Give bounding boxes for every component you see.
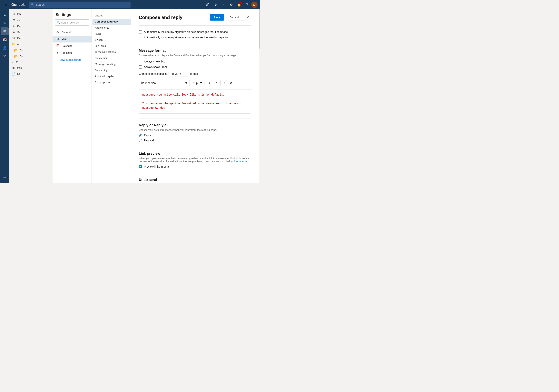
folder-label: De xyxy=(17,37,50,40)
signature-forward-checkbox[interactable] xyxy=(139,36,142,39)
signature-new-checkbox[interactable] xyxy=(139,30,142,34)
message-format-title: Message format xyxy=(139,49,251,53)
scrollbar-thumb[interactable] xyxy=(259,9,260,49)
drafts-icon: ✏ xyxy=(12,24,16,28)
settings-search-input[interactable] xyxy=(61,21,94,24)
nav-attachments[interactable]: Attachments xyxy=(92,25,131,31)
signature-forward-label[interactable]: Automatically include my signature on me… xyxy=(144,36,228,39)
mail-label: Mail xyxy=(62,38,88,41)
calendar-label: Calendar xyxy=(62,45,88,47)
crown-icon-btn[interactable]: ♛ xyxy=(212,1,219,8)
reply-all-radio[interactable] xyxy=(139,139,142,142)
settings-nav-general[interactable]: ⚙ General xyxy=(53,29,92,36)
checkmark-icon-btn[interactable]: ✓ xyxy=(220,1,227,8)
font-size-select[interactable]: 16pt ▼ xyxy=(191,80,205,86)
discard-button[interactable]: Discard xyxy=(226,14,243,21)
folder-junk[interactable]: ⚑ Jun xyxy=(9,17,53,23)
close-settings-button[interactable]: ✕ xyxy=(245,14,251,21)
folder-clutter[interactable]: 📂 Clu xyxy=(9,47,53,53)
reply-all-radio-row: Reply all xyxy=(139,139,251,142)
view-quick-settings-link[interactable]: ← View quick settings xyxy=(53,57,92,63)
settings-content: Compose and reply Save Discard ✕ Automat… xyxy=(131,9,259,183)
help-icon-btn[interactable]: ? xyxy=(243,1,251,8)
folder-sent[interactable]: ➤ Se xyxy=(9,29,53,35)
italic-button[interactable]: I xyxy=(213,80,219,86)
learn-more-link[interactable]: Learn more xyxy=(234,160,247,163)
settings-icon-btn[interactable]: ⚙ xyxy=(228,1,235,8)
sidebar-people[interactable]: 👤 xyxy=(1,44,9,52)
clutter-icon: 📂 xyxy=(14,48,18,52)
sidebar-mail[interactable]: ✉ xyxy=(1,27,9,35)
mail-nav-icon: ✉ xyxy=(56,37,60,41)
signature-forward-row: Automatically include my signature on me… xyxy=(139,36,251,39)
folder-news[interactable]: 📄 Ne xyxy=(9,71,53,77)
folder-drafts[interactable]: ✏ Dra xyxy=(9,23,53,29)
nav-junk[interactable]: Junk email xyxy=(92,43,131,49)
font-name-select[interactable]: Courier New ▼ xyxy=(139,80,190,86)
folder-deleted[interactable]: 🗑 De xyxy=(9,35,53,41)
grid-icon[interactable]: ⊞ xyxy=(2,1,9,8)
nav-sweep[interactable]: Sweep xyxy=(92,37,131,43)
main-layout: ≡ ✎ ✉ 📅 👤 ✏ ··· ✉ Inb ⚑ Jun ✏ Dra ➤ Se 🗑… xyxy=(0,9,260,183)
signature-new-label[interactable]: Automatically include my signature on ne… xyxy=(144,30,228,34)
sidebar-more[interactable]: ··· xyxy=(1,173,9,181)
sidebar-tasks[interactable]: ✏ xyxy=(1,52,9,60)
folder-archive[interactable]: 📁 Arc xyxy=(9,41,53,47)
settings-panel: Settings 🔍 ⚙ General ✉ Mail 📅 xyxy=(53,9,260,183)
nav-sync[interactable]: Sync email xyxy=(92,55,131,61)
settings-nav-calendar[interactable]: 📅 Calendar xyxy=(53,43,92,49)
search-input[interactable] xyxy=(36,3,128,6)
nav-rules[interactable]: Rules xyxy=(92,31,131,37)
format-select[interactable]: HTML ▼ xyxy=(168,71,188,77)
sidebar-calendar[interactable]: 📅 xyxy=(1,36,9,44)
nav-forwarding[interactable]: Forwarding xyxy=(92,67,131,73)
preview-links-label[interactable]: Preview links in email xyxy=(144,165,170,168)
reply-all-label[interactable]: Reply all xyxy=(144,139,154,142)
junk-icon: ⚑ xyxy=(12,18,16,22)
always-bcc-checkbox[interactable] xyxy=(139,60,142,63)
scrollbar-track[interactable] xyxy=(259,9,260,183)
app-logo: Outlook xyxy=(11,3,25,7)
folder-rss[interactable]: ◉ RSS xyxy=(9,65,53,71)
nav-subscriptions[interactable]: Subscriptions xyxy=(92,79,131,85)
reply-radio[interactable] xyxy=(139,134,142,137)
folder-inbox[interactable]: ✉ Inb xyxy=(9,11,53,17)
calendar-nav-icon: 📅 xyxy=(56,44,60,48)
nav-auto-replies[interactable]: Automatic replies xyxy=(92,73,131,79)
always-bcc-label[interactable]: Always show Bcc xyxy=(144,60,165,63)
nav-compose-reply[interactable]: Compose and reply xyxy=(92,18,131,25)
settings-nav-premium[interactable]: ♦ Premium xyxy=(53,49,92,56)
folder-life[interactable]: ▶ life xyxy=(9,59,53,65)
sidebar-compose[interactable]: ✎ xyxy=(1,19,9,27)
reply-label[interactable]: Reply xyxy=(144,134,151,137)
nav-customize[interactable]: Customize actions xyxy=(92,49,131,55)
signature-new-row: Automatically include my signature on ne… xyxy=(139,30,251,34)
nav-message-handling[interactable]: Message handling xyxy=(92,61,131,67)
sidebar-hamburger[interactable]: ≡ xyxy=(1,11,9,19)
font-name-value: Courier New xyxy=(141,81,156,85)
inbox-icon: ✉ xyxy=(12,12,16,16)
folder-conv[interactable]: 📂 Co xyxy=(9,53,53,59)
nav-layout[interactable]: Layout xyxy=(92,13,131,18)
user-avatar[interactable]: M xyxy=(251,1,258,8)
skype-icon-btn[interactable]: S xyxy=(204,1,211,8)
preview-links-checkbox[interactable] xyxy=(139,165,142,168)
font-color-button[interactable]: A xyxy=(228,80,234,86)
content-area: Settings 🔍 ⚙ General ✉ Mail 📅 xyxy=(53,9,260,183)
bold-button[interactable]: B xyxy=(205,80,212,86)
nav-auto-replies-label: Automatic replies xyxy=(95,75,114,78)
always-from-checkbox[interactable] xyxy=(139,65,142,69)
settings-nav-mail[interactable]: ✉ Mail xyxy=(53,36,92,43)
view-quick-settings-label: View quick settings xyxy=(59,58,81,61)
save-button[interactable]: Save xyxy=(210,14,224,21)
underline-button[interactable]: U xyxy=(221,80,227,86)
chevron-icon: ▶ xyxy=(12,61,13,63)
preview-line2: You can also change the format of your m… xyxy=(142,101,248,110)
header-actions: Save Discard ✕ xyxy=(210,14,251,21)
always-from-label[interactable]: Always show From xyxy=(144,65,167,69)
nav-junk-label: Junk email xyxy=(95,45,107,47)
settings-title: Settings xyxy=(53,13,92,19)
reply-radio-row: Reply xyxy=(139,134,251,137)
bell-icon-btn[interactable]: 🔔 3 xyxy=(236,1,243,8)
reply-section-desc: Choose your default response when you re… xyxy=(139,128,251,131)
